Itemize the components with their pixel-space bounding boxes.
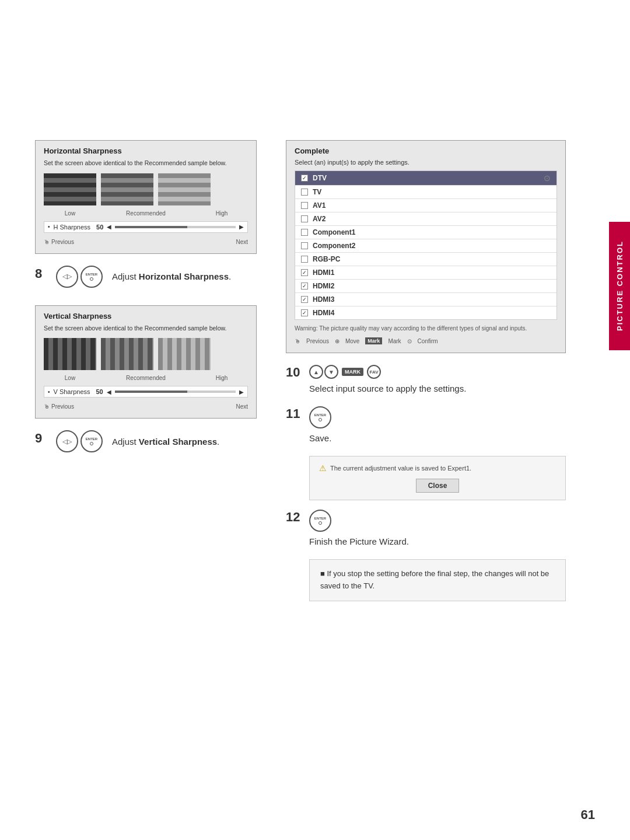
v-sharpness-title: Vertical Sharpness: [44, 312, 248, 320]
enter-dot-12: [318, 521, 322, 525]
h-sharpness-title: Horizontal Sharpness: [44, 147, 248, 155]
step-11-text: Save.: [309, 433, 566, 443]
complete-nav: 🖱 Previous ⊕ Move Mark Mark ⊙ Confirm: [295, 337, 557, 344]
v-bar-labels: Low Recommended High: [44, 375, 248, 381]
v-ctrl-value: 50: [96, 388, 103, 395]
input-label-comp1: Component1: [313, 228, 551, 236]
v-bars-wrapper: [44, 338, 248, 370]
step-9-suffix: .: [217, 437, 219, 447]
step-10-block: 10 ▲ ▼ MARK FAV Select input source to a…: [286, 365, 566, 393]
h-ctrl-slider-fill: [115, 226, 187, 228]
enter-label-9: ENTER: [86, 437, 97, 441]
checkbox-tv[interactable]: [301, 189, 308, 196]
note-box: ■ If you stop the setting before the fin…: [309, 559, 566, 601]
h-ctrl-label: H Sharpness: [54, 224, 91, 231]
input-label-av2: AV2: [313, 215, 551, 223]
step-9-text: Adjust Vertical Sharpness.: [112, 437, 219, 447]
enter-dot-8: [90, 277, 93, 281]
h-bar-labels: Low Recommended High: [44, 210, 248, 217]
h-bar-high: [158, 173, 211, 205]
input-label-hdmi2: HDMI2: [313, 282, 551, 290]
enter-icon-11: ENTER: [309, 406, 331, 428]
h-ctrl-left-arrow[interactable]: [107, 224, 111, 230]
checkbox-hdmi3[interactable]: [301, 296, 308, 303]
input-row-hdmi2[interactable]: HDMI2: [295, 280, 556, 293]
v-ctrl-left-arrow[interactable]: [107, 389, 111, 395]
checkbox-hdmi1[interactable]: [301, 269, 308, 276]
h-next-btn[interactable]: Next: [236, 239, 248, 245]
h-prev-btn[interactable]: 🖱 Previous: [44, 239, 74, 245]
checkbox-comp2[interactable]: [301, 242, 308, 249]
h-sharpness-control: • H Sharpness 50: [44, 221, 248, 233]
step-12-text: Finish the Picture Wizard.: [309, 536, 566, 546]
v-prev-label: Previous: [51, 403, 74, 410]
close-button[interactable]: Close: [416, 479, 460, 493]
step-12-block: 12 ENTER Finish the Picture Wizard.: [286, 510, 566, 546]
h-label-rec: Recommended: [120, 210, 172, 217]
enter-label-12: ENTER: [314, 517, 326, 520]
v-label-high: High: [195, 375, 248, 381]
input-label-hdmi3: HDMI3: [313, 295, 551, 304]
enter-icon-8: ENTER: [80, 266, 103, 288]
vertical-sharpness-box: Vertical Sharpness Set the screen above …: [35, 305, 257, 419]
checkbox-hdmi2[interactable]: [301, 283, 308, 290]
input-row-tv[interactable]: TV: [295, 186, 556, 199]
input-row-comp1[interactable]: Component1: [295, 226, 556, 239]
input-row-av2[interactable]: AV2: [295, 212, 556, 226]
note-text: ■ If you stop the setting before the fin…: [320, 569, 549, 590]
input-row-comp2[interactable]: Component2: [295, 239, 556, 253]
input-row-hdmi1[interactable]: HDMI1: [295, 266, 556, 280]
h-bar-recommended: [101, 173, 153, 205]
step-9-block: 9 ◁▷ ENTER Adjust Vertical Sharpness.: [35, 430, 257, 452]
h-bar-low: [44, 173, 96, 205]
input-label-rgbpc: RGB-PC: [313, 255, 551, 263]
input-row-rgbpc[interactable]: RGB-PC: [295, 253, 556, 266]
input-row-hdmi4[interactable]: HDMI4: [295, 306, 556, 319]
step-12-content: ENTER Finish the Picture Wizard.: [309, 510, 566, 546]
step-8-suffix: .: [229, 271, 231, 281]
v-ctrl-label: V Sharpness: [54, 388, 90, 395]
v-prev-btn[interactable]: 🖱 Previous: [44, 403, 74, 410]
v-bullet: •: [48, 389, 50, 395]
nav-prev-icon: 🖱: [295, 338, 300, 344]
v-bar-high: [158, 338, 211, 370]
nav-mark-label: Mark: [388, 338, 401, 344]
v-label-rec: Recommended: [120, 375, 172, 381]
v-sharpness-desc: Set the screen above identical to the Re…: [44, 324, 248, 333]
horizontal-sharpness-box: Horizontal Sharpness Set the screen abov…: [35, 140, 257, 254]
save-box-text: ⚠ The current adjustment value is saved …: [319, 463, 556, 473]
checkbox-av2[interactable]: [301, 215, 308, 222]
page-container: PICTURE CONTROL Horizontal Sharpness Set…: [0, 0, 630, 840]
input-label-dtv: DTV: [313, 174, 544, 182]
checkbox-rgbpc[interactable]: [301, 256, 308, 263]
input-row-hdmi3[interactable]: HDMI3: [295, 293, 556, 306]
h-ctrl-slider[interactable]: [115, 226, 236, 228]
input-row-dtv[interactable]: DTV ⊙: [295, 171, 556, 186]
nav-move-icon: ⊕: [335, 338, 340, 344]
h-sharpness-desc: Set the screen above identical to the Re…: [44, 159, 248, 168]
checkbox-comp1[interactable]: [301, 229, 308, 236]
left-column: Horizontal Sharpness Set the screen abov…: [35, 140, 257, 601]
checkbox-hdmi4[interactable]: [301, 309, 308, 316]
checkbox-av1[interactable]: [301, 202, 308, 209]
page-number: 61: [581, 807, 595, 822]
h-prev-label: Previous: [51, 239, 74, 245]
v-next-btn[interactable]: Next: [236, 403, 248, 410]
v-ctrl-right-arrow[interactable]: [239, 389, 244, 395]
enter-dot-9: [90, 442, 93, 445]
h-bullet: •: [48, 224, 50, 230]
step-9-prefix: Adjust: [112, 437, 139, 447]
mark-badge: Mark: [365, 337, 382, 344]
nav-confirm-label: Confirm: [418, 338, 438, 344]
input-row-av1[interactable]: AV1: [295, 199, 556, 212]
checkbox-dtv[interactable]: [301, 175, 308, 182]
h-ctrl-right-arrow[interactable]: [239, 224, 244, 230]
input-dot-dtv: ⊙: [544, 173, 551, 183]
step-9-bold2: Sharpness: [172, 437, 217, 447]
step-8-prefix: Adjust: [112, 271, 139, 281]
step-12-num: 12: [286, 510, 301, 525]
v-ctrl-slider[interactable]: [115, 391, 236, 393]
v-bar-recommended: [101, 338, 153, 370]
step-9-num: 9: [35, 431, 47, 446]
warn-icon: ⚠: [319, 463, 327, 473]
